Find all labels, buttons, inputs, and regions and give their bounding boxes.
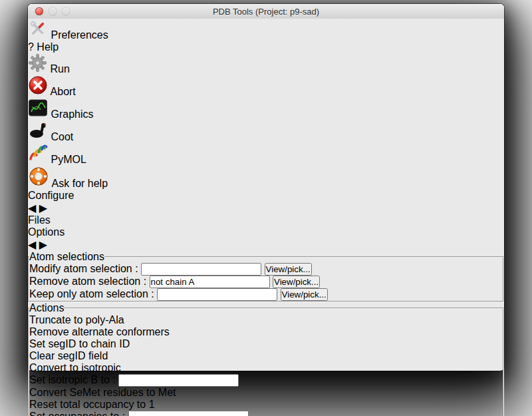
tab-scroll-left-icon[interactable]: ◀	[28, 202, 36, 214]
toolbar-button-help[interactable]: ? Help	[28, 41, 504, 53]
checkbox-convert-semet-residues-to-met[interactable]: Convert SeMet residues to Met	[29, 387, 503, 399]
keep-only-view-pick-button[interactable]: View/pick...	[281, 288, 328, 301]
help-icon: ?	[28, 41, 37, 53]
zoom-button[interactable]	[62, 7, 70, 15]
coot-bird-icon	[28, 131, 51, 142]
checkbox-reset-total-occupancy[interactable]: Reset total occupancy to 1	[29, 399, 503, 411]
toolbar-button-ask-for-help[interactable]: Ask for help	[28, 166, 504, 190]
toolbar-label-abort: Abort	[51, 86, 76, 97]
outer-tab-scroll-arrows: ◀ ▶	[28, 202, 504, 214]
toolbar: Preferences ? Help	[28, 19, 504, 190]
graphics-icon	[28, 108, 51, 120]
modify-atom-selection-label: Modify atom selection :	[29, 263, 138, 274]
close-button[interactable]	[35, 7, 43, 15]
remove-atom-selection-label: Remove atom selection :	[29, 276, 146, 287]
atom-selections-frame: Atom selections Modify atom selection : …	[28, 251, 504, 302]
options-page: Atom selections Modify atom selection : …	[28, 251, 504, 416]
traffic-lights	[35, 7, 70, 15]
set-isotropic-b-field: Set isotropic B to :	[29, 374, 503, 387]
toolbar-button-run[interactable]: Run	[28, 53, 504, 75]
checkbox-label: Reset total occupancy to 1	[29, 399, 155, 410]
toolbar-label-pymol: PyMOL	[51, 154, 86, 165]
tab-configure[interactable]: Configure	[28, 190, 504, 202]
atom-selections-title: Atom selections	[29, 251, 104, 263]
checkbox-clear-segid-field[interactable]: Clear segID field	[29, 350, 503, 362]
checkbox-label: Remove alternate conformers	[29, 326, 170, 337]
tab-scroll-left-icon[interactable]: ◀	[28, 239, 36, 250]
modify-atom-selection-row: Modify atom selection : View/pick...	[29, 263, 503, 276]
toolbar-label-coot: Coot	[51, 131, 73, 142]
modify-atom-selection-input[interactable]	[141, 263, 261, 276]
checkbox-set-segid-to-chain-id[interactable]: Set segID to chain ID	[29, 338, 503, 350]
outer-tab-strip: Configure ◀ ▶	[28, 190, 504, 214]
inner-tab-strip: Files Options ◀ ▶	[28, 214, 504, 251]
remove-view-pick-button[interactable]: View/pick...	[273, 276, 320, 288]
modify-view-pick-button[interactable]: View/pick...	[265, 263, 312, 276]
remove-atom-selection-input[interactable]	[150, 276, 270, 288]
tab-files[interactable]: Files	[28, 214, 504, 226]
actions-frame: Actions Truncate to poly-Ala Remove alte…	[28, 302, 504, 416]
checkbox-label: Convert SeMet residues to Met	[29, 387, 176, 398]
tab-scroll-right-icon[interactable]: ▶	[39, 239, 47, 250]
gear-icon	[28, 63, 50, 75]
minimize-button[interactable]	[49, 7, 57, 15]
set-isotropic-b-label: Set isotropic B to :	[29, 374, 116, 385]
toolbar-button-graphics[interactable]: Graphics	[28, 98, 504, 120]
actions-title: Actions	[29, 302, 64, 314]
keep-only-atom-selection-input[interactable]	[157, 288, 277, 301]
toolbar-label-help: Help	[37, 41, 59, 53]
toolbar-label-run: Run	[50, 63, 69, 75]
inner-tab-scroll-arrows: ◀ ▶	[28, 238, 504, 251]
checkbox-label: Convert to isotropic	[29, 362, 121, 373]
toolbar-label-graphics: Graphics	[51, 108, 93, 120]
toolbar-label-preferences: Preferences	[51, 29, 108, 41]
title-bar[interactable]: PDB Tools (Project: p9-sad)	[28, 4, 504, 19]
window-title: PDB Tools (Project: p9-sad)	[213, 7, 319, 17]
tools-icon	[28, 29, 51, 41]
checkbox-label: Set segID to chain ID	[29, 338, 130, 349]
set-occupancies-field: Set occupancies to :	[29, 411, 503, 416]
lifebuoy-icon	[28, 178, 52, 189]
checkbox-convert-to-isotropic[interactable]: Convert to isotropic	[29, 362, 503, 374]
toolbar-button-coot[interactable]: Coot	[28, 120, 504, 143]
toolbar-button-abort[interactable]: Abort	[28, 75, 504, 98]
checkbox-truncate-to-poly-ala[interactable]: Truncate to poly-Ala	[29, 314, 503, 326]
keep-only-atom-selection-label: Keep only atom selection :	[29, 288, 154, 300]
actions-grid: Truncate to poly-Ala Remove alternate co…	[29, 314, 503, 416]
pdb-tools-window: PDB Tools (Project: p9-sad) Preferences	[28, 4, 504, 371]
set-isotropic-b-input[interactable]	[118, 374, 239, 387]
set-occupancies-label: Set occupancies to :	[29, 411, 125, 416]
pymol-ribbon-icon	[28, 154, 51, 165]
remove-atom-selection-row: Remove atom selection : View/pick...	[29, 276, 503, 288]
set-occupancies-input[interactable]	[128, 411, 249, 416]
tab-scroll-right-icon[interactable]: ▶	[39, 202, 47, 214]
toolbar-label-ask-for-help: Ask for help	[52, 178, 108, 189]
toolbar-button-pymol[interactable]: PyMOL	[28, 143, 504, 166]
abort-icon	[28, 86, 51, 97]
checkbox-remove-alternate-conformers[interactable]: Remove alternate conformers	[29, 326, 503, 338]
checkbox-label: Truncate to poly-Ala	[29, 314, 124, 325]
keep-only-atom-selection-row: Keep only atom selection : View/pick...	[29, 288, 503, 301]
toolbar-button-preferences[interactable]: Preferences	[28, 19, 504, 41]
tab-options[interactable]: Options	[28, 226, 504, 238]
checkbox-label: Clear segID field	[29, 350, 108, 361]
